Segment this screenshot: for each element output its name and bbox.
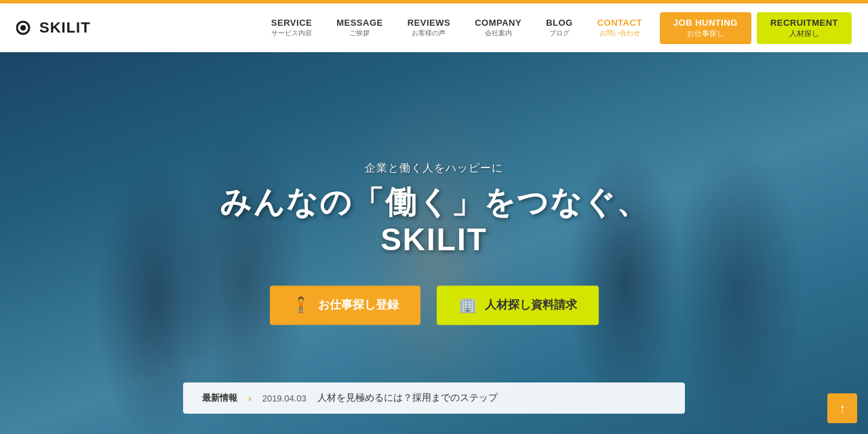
news-label: 最新情報 xyxy=(202,392,237,404)
hero-job-button[interactable]: 🧍 お仕事探し登録 xyxy=(270,285,420,325)
logo-text: SKILIT xyxy=(39,19,91,37)
building-icon: 🏢 xyxy=(458,296,477,314)
hero-title: みんなの「働く」をつなぐ、SKILIT xyxy=(197,184,671,258)
nav-reviews[interactable]: REVIEWS お客様の声 xyxy=(395,18,462,38)
hero-buttons: 🧍 お仕事探し登録 🏢 人材探し資料請求 xyxy=(197,285,671,325)
person-icon: 🧍 xyxy=(292,296,310,314)
hero-recruit-button[interactable]: 🏢 人材探し資料請求 xyxy=(437,285,599,325)
job-hunting-button[interactable]: JOB HUNTING お仕事探し xyxy=(660,12,751,44)
hero-section: 企業と働く人をハッピーに みんなの「働く」をつなぐ、SKILIT 🧍 お仕事探し… xyxy=(0,52,868,434)
scroll-top-button[interactable]: ↑ xyxy=(827,393,857,423)
hero-content: 企業と働く人をハッピーに みんなの「働く」をつなぐ、SKILIT 🧍 お仕事探し… xyxy=(197,161,671,325)
nav-service[interactable]: SERVICE サービス内容 xyxy=(259,18,324,38)
news-text: 人材を見極めるには？採用までのステップ xyxy=(317,392,498,404)
news-arrow-icon: › xyxy=(248,393,252,403)
nav-contact[interactable]: CONTACT お問い合わせ xyxy=(585,18,654,38)
news-date: 2019.04.03 xyxy=(262,393,307,403)
nav-blog[interactable]: BLOG ブログ xyxy=(534,18,585,38)
hero-subtitle: 企業と働く人をハッピーに xyxy=(197,161,671,176)
main-nav: SERVICE サービス内容 MESSAGE ご挨拶 REVIEWS お客様の声… xyxy=(259,12,852,44)
arrow-up-icon: ↑ xyxy=(839,401,846,416)
recruitment-button[interactable]: RECRUITMENT 人材探し xyxy=(757,12,852,44)
site-logo[interactable]: SKILIT xyxy=(16,18,91,37)
nav-company[interactable]: COMPANY 会社案内 xyxy=(462,18,534,38)
news-bar[interactable]: 最新情報 › 2019.04.03 人材を見極めるには？採用までのステップ xyxy=(183,382,685,414)
svg-point-1 xyxy=(20,25,26,31)
nav-message[interactable]: MESSAGE ご挨拶 xyxy=(324,18,395,38)
logo-icon xyxy=(16,18,35,37)
hero-recruit-label: 人材探し資料請求 xyxy=(485,298,577,313)
site-header: SKILIT SERVICE サービス内容 MESSAGE ご挨拶 REVIEW… xyxy=(0,3,868,52)
hero-job-label: お仕事探し登録 xyxy=(318,298,399,313)
